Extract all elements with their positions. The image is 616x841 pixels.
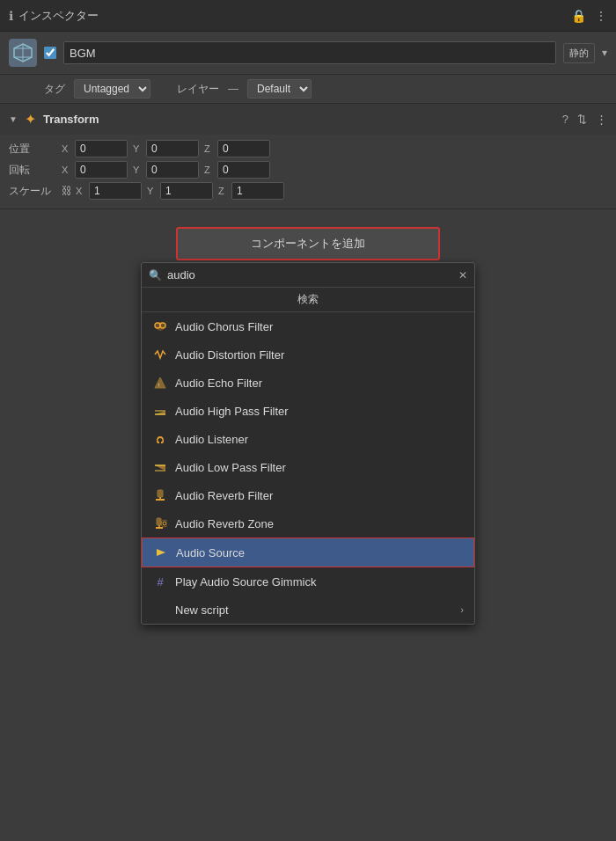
scale-z-input[interactable] xyxy=(231,182,284,200)
highpass-icon xyxy=(152,403,168,419)
cube-icon xyxy=(11,40,35,65)
menu-item-listener[interactable]: Audio Listener xyxy=(142,425,474,453)
transform-icon: ✦ xyxy=(25,111,36,128)
position-z-field: Z xyxy=(204,140,270,157)
menu-item-playaudio[interactable]: # Play Audio Source Gimmick xyxy=(142,567,474,596)
position-label: 位置 xyxy=(9,142,62,157)
rotation-y-label: Y xyxy=(133,165,143,175)
newscript-label: New script xyxy=(175,603,229,617)
playaudio-label: Play Audio Source Gimmick xyxy=(175,575,316,589)
transform-actions: ? ⇅ ⋮ xyxy=(562,113,607,126)
add-component-area: コンポーネントを追加 🔍 ✕ 検索 Audio Ch xyxy=(0,209,616,269)
object-active-checkbox[interactable] xyxy=(44,47,56,59)
menu-category-label: 検索 xyxy=(142,288,474,312)
layer-dropdown-separator: — xyxy=(228,83,238,95)
search-row: 🔍 ✕ xyxy=(142,263,474,288)
svg-marker-12 xyxy=(155,465,165,471)
lowpass-label: Audio Low Pass Filter xyxy=(175,461,286,474)
position-y-field: Y xyxy=(133,140,199,157)
source-icon xyxy=(153,545,169,560)
menu-item-source[interactable]: Audio Source xyxy=(142,538,474,567)
tag-label: タグ xyxy=(44,82,65,97)
tag-select[interactable]: Untagged xyxy=(74,79,150,99)
component-search-input[interactable] xyxy=(167,268,453,282)
newscript-icon xyxy=(152,602,168,618)
rotation-y-input[interactable] xyxy=(146,161,199,179)
layer-label: レイヤー xyxy=(177,82,219,97)
reverb-label: Audio Reverb Filter xyxy=(175,489,273,502)
reverbzone-icon xyxy=(152,516,168,531)
static-dropdown-arrow[interactable]: ▾ xyxy=(602,47,607,59)
scale-y-input[interactable] xyxy=(160,182,213,200)
echo-icon: ! xyxy=(152,375,168,391)
scale-z-label: Z xyxy=(218,186,229,196)
menu-item-echo[interactable]: ! Audio Echo Filter xyxy=(142,369,474,397)
more-icon[interactable]: ⋮ xyxy=(595,9,607,23)
title-bar-icons: 🔒 ⋮ xyxy=(571,9,607,23)
scale-y-label: Y xyxy=(147,186,158,196)
static-label: 静的 xyxy=(563,43,595,63)
menu-item-highpass[interactable]: Audio High Pass Filter xyxy=(142,397,474,425)
lowpass-icon xyxy=(152,459,168,475)
chorus-label: Audio Chorus Filter xyxy=(175,320,273,333)
position-y-label: Y xyxy=(133,143,143,154)
newscript-arrow-icon: › xyxy=(460,604,464,615)
scale-x-input[interactable] xyxy=(89,182,142,200)
source-label: Audio Source xyxy=(176,546,245,559)
title-bar: ℹ インスペクター 🔒 ⋮ xyxy=(0,0,616,32)
scale-row: スケール ⛓ X Y Z xyxy=(9,182,607,200)
transform-preset-icon[interactable]: ⇅ xyxy=(577,113,587,126)
reverb-icon xyxy=(152,487,168,503)
scale-xyz: X Y Z xyxy=(76,182,607,200)
scale-link-icon[interactable]: ⛓ xyxy=(62,185,72,197)
inspector-title: インスペクター xyxy=(18,8,99,24)
transform-help-icon[interactable]: ? xyxy=(562,113,568,126)
rotation-z-label: Z xyxy=(204,165,215,175)
chorus-icon xyxy=(152,318,168,334)
rotation-x-input[interactable] xyxy=(75,161,128,179)
menu-item-lowpass[interactable]: Audio Low Pass Filter xyxy=(142,453,474,481)
object-name-input[interactable] xyxy=(63,41,556,64)
inspector-panel: ℹ インスペクター 🔒 ⋮ 静的 ▾ タグ Untagged レイヤー — xyxy=(0,0,616,841)
transform-header[interactable]: ▼ ✦ Transform ? ⇅ ⋮ xyxy=(0,104,616,135)
svg-marker-7 xyxy=(155,377,165,388)
rotation-label: 回転 xyxy=(9,163,62,178)
transform-collapse-arrow: ▼ xyxy=(9,114,18,124)
transform-more-icon[interactable]: ⋮ xyxy=(596,113,607,126)
rotation-y-field: Y xyxy=(133,161,199,179)
rotation-row: 回転 X Y Z xyxy=(9,161,607,179)
position-x-input[interactable] xyxy=(75,140,128,157)
position-xyz: X Y Z xyxy=(62,140,607,157)
scale-label: スケール xyxy=(9,184,62,199)
position-y-input[interactable] xyxy=(146,140,199,157)
highpass-label: Audio High Pass Filter xyxy=(175,405,289,418)
svg-point-21 xyxy=(163,522,166,525)
svg-marker-23 xyxy=(157,549,165,556)
rotation-z-input[interactable] xyxy=(217,161,270,179)
transform-fields: 位置 X Y Z 回転 xyxy=(0,135,616,208)
object-header: 静的 ▾ xyxy=(0,32,616,75)
menu-item-reverb[interactable]: Audio Reverb Filter xyxy=(142,481,474,509)
menu-item-newscript[interactable]: New script › xyxy=(142,596,474,624)
component-search-dropdown: 🔍 ✕ 検索 Audio Chorus Filter xyxy=(141,262,475,625)
search-clear-icon[interactable]: ✕ xyxy=(458,269,467,282)
scale-x-label: X xyxy=(76,186,86,196)
position-x-label: X xyxy=(62,143,72,154)
listener-label: Audio Listener xyxy=(175,433,248,446)
title-bar-left: ℹ インスペクター xyxy=(9,8,99,24)
position-z-input[interactable] xyxy=(217,140,270,157)
tag-layer-row: タグ Untagged レイヤー — Default xyxy=(0,75,616,104)
rotation-z-field: Z xyxy=(204,161,270,179)
scale-z-field: Z xyxy=(218,182,284,200)
menu-item-reverbzone[interactable]: Audio Reverb Zone xyxy=(142,509,474,538)
menu-item-distortion[interactable]: Audio Distortion Filter xyxy=(142,340,474,369)
info-icon: ℹ xyxy=(9,9,13,23)
object-icon xyxy=(9,39,37,67)
lock-icon[interactable]: 🔒 xyxy=(571,9,586,23)
scale-x-field: X xyxy=(76,182,142,200)
add-component-button[interactable]: コンポーネントを追加 xyxy=(176,227,440,260)
menu-item-chorus[interactable]: Audio Chorus Filter xyxy=(142,312,474,340)
layer-select[interactable]: Default xyxy=(247,79,312,99)
position-x-field: X xyxy=(62,140,128,157)
rotation-x-field: X xyxy=(62,161,128,179)
